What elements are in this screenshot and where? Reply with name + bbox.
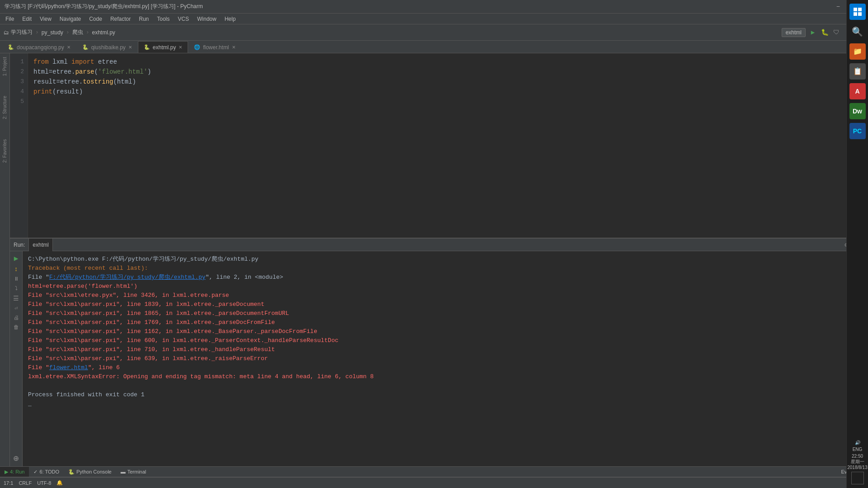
menu-item-edit[interactable]: Edit xyxy=(19,15,35,23)
panel-expand-button[interactable]: ⊕ xyxy=(13,453,19,464)
tab-close-icon[interactable]: ✕ xyxy=(128,45,132,50)
file-tabs: 🐍doupacangqiong.py✕🐍qiushibaike.py✕🐍exht… xyxy=(0,41,868,53)
svg-rect-1 xyxy=(858,8,862,11)
menu-item-window[interactable]: Window xyxy=(193,15,220,23)
tab-icon: 🐍 xyxy=(144,44,150,50)
run-toolbar: ▶ ↕ ⏸ ⤵ ☰ ⏎ 🖨 🗑 ⊕ ✕ xyxy=(10,251,23,477)
line-col-status[interactable]: 17:1 xyxy=(4,480,13,486)
pycharm-icon[interactable]: PC xyxy=(849,123,866,139)
menu-item-help[interactable]: Help xyxy=(221,15,240,23)
title-bar: 学习练习 [F:/代码/python/学习练习/py_study/爬虫/exht… xyxy=(0,0,868,14)
output-traceback: Traceback (most recent call last): xyxy=(28,264,854,273)
run-tab-btn[interactable]: ▶ 4: Run xyxy=(0,467,29,477)
taskbar-time: 22:50 星期一 2018/8/13 xyxy=(847,454,868,470)
file-tab-doupacangqiong-py[interactable]: 🐍doupacangqiong.py✕ xyxy=(2,41,76,53)
soft-wrap-button[interactable]: ⏎ xyxy=(14,305,18,312)
run-config-selector[interactable]: exhtml xyxy=(782,28,806,37)
search-taskbar-btn[interactable]: 🔍 xyxy=(849,23,866,40)
run-button[interactable]: ▶ xyxy=(808,28,817,37)
output-err-2: File "src\lxml\parser.pxi", line 1839, i… xyxy=(28,300,854,309)
menu-item-code[interactable]: Code xyxy=(85,15,106,23)
run-panel-body: ▶ ↕ ⏸ ⤵ ☰ ⏎ 🖨 🗑 ⊕ ✕ C:\Python\python.exe… xyxy=(10,251,859,477)
rerun-button[interactable]: ↕ xyxy=(14,266,18,273)
terminal-tab-btn[interactable]: ▬ Terminal xyxy=(116,467,151,477)
project-label[interactable]: 1: Project xyxy=(2,57,7,76)
scroll-toggle-button[interactable]: ☰ xyxy=(13,295,19,302)
top-toolbar: 🗂 学习练习 › py_study › 爬虫 › exhtml.py exhtm… xyxy=(0,24,868,41)
tab-close-icon[interactable]: ✕ xyxy=(67,45,71,50)
menu-item-tools[interactable]: Tools xyxy=(153,15,173,23)
output-err-8: File "src\lxml\parser.pxi", line 639, in… xyxy=(28,354,854,363)
tab-icon: 🐍 xyxy=(82,44,89,50)
python-console-icon: 🐍 xyxy=(68,469,75,475)
minimize-button[interactable]: ─ xyxy=(835,3,842,10)
tab-close-icon[interactable]: ✕ xyxy=(179,45,182,50)
taskbar-icon-2[interactable]: 📋 xyxy=(849,63,866,80)
run-output[interactable]: C:\Python\python.exe F:/代码/python/学习练习/p… xyxy=(23,251,859,477)
tab-close-icon[interactable]: ✕ xyxy=(232,45,236,50)
bc-label: 学习练习 xyxy=(11,28,33,36)
tab-icon: 🌐 xyxy=(194,44,200,50)
show-desktop-button[interactable] xyxy=(851,472,864,484)
structure-label[interactable]: 2: Structure xyxy=(2,96,7,119)
taskbar-icon-1[interactable]: 📁 xyxy=(849,43,866,60)
print-button[interactable]: 🖨 xyxy=(14,314,19,321)
encoding-status[interactable]: UTF-8 xyxy=(37,480,51,486)
crlf-status[interactable]: CRLF xyxy=(19,480,32,486)
output-err-3: File "src\lxml\parser.pxi", line 1865, i… xyxy=(28,309,854,318)
debug-button[interactable]: 🐛 xyxy=(820,28,829,37)
coverage-button[interactable]: 🛡 xyxy=(832,28,841,37)
run-tab-label: 4: Run xyxy=(10,469,24,474)
file-link-flower[interactable]: flower.html xyxy=(49,364,88,371)
menu-item-refactor[interactable]: Refactor xyxy=(107,15,134,23)
breadcrumb-py-study[interactable]: py_study xyxy=(42,29,63,36)
code-line-1: from lxml import etree xyxy=(33,57,848,67)
breadcrumb-crawl[interactable]: 爬虫 xyxy=(72,28,83,36)
left-panel-icons: 1: Project 2: Structure 2: Favorites xyxy=(0,53,10,477)
run-label: Run: xyxy=(14,242,25,248)
clear-button[interactable]: 🗑 xyxy=(14,324,19,331)
output-err-4: File "src\lxml\parser.pxi", line 1769, i… xyxy=(28,318,854,327)
step-over-button[interactable]: ⤵ xyxy=(15,285,18,292)
output-cmd: C:\Python\python.exe F:/代码/python/学习练习/p… xyxy=(28,255,854,264)
file-tab-flower-html[interactable]: 🌐flower.html✕ xyxy=(188,41,241,53)
windows-logo xyxy=(853,7,862,16)
taskbar-volume[interactable]: 🔊 xyxy=(855,440,860,445)
output-file-ref: File "F:/代码/python/学习练习/py_study/爬虫/exht… xyxy=(28,273,854,282)
taskbar-bottom: 🔊 ENG 22:50 星期一 2018/8/13 xyxy=(847,440,868,484)
menu-item-file[interactable]: File xyxy=(2,15,18,23)
tab-name: flower.html xyxy=(203,44,229,51)
file-tab-exhtml-py[interactable]: 🐍exhtml.py✕ xyxy=(138,41,188,53)
file-tab-qiushibaike-py[interactable]: 🐍qiushibaike.py✕ xyxy=(76,41,138,53)
terminal-label: Terminal xyxy=(127,469,146,474)
svg-rect-3 xyxy=(858,12,862,16)
tab-name: doupacangqiong.py xyxy=(17,44,64,51)
taskbar-icon-3[interactable]: A xyxy=(849,83,866,99)
menu-item-run[interactable]: Run xyxy=(135,15,152,23)
menu-item-vcs[interactable]: VCS xyxy=(174,15,193,23)
time-display: 22:50 xyxy=(847,454,868,459)
breadcrumb-project[interactable]: 🗂 学习练习 xyxy=(4,28,33,36)
start-button[interactable] xyxy=(849,4,866,20)
output-xml-error: lxml.etree.XMLSyntaxError: Opening and e… xyxy=(28,372,854,381)
pause-button[interactable]: ⏸ xyxy=(14,276,19,282)
taskbar-lang[interactable]: ENG xyxy=(853,447,863,452)
code-content[interactable]: from lxml import etree html=etree.parse(… xyxy=(28,53,854,238)
run-again-button[interactable]: ▶ xyxy=(14,254,19,263)
todo-tab-btn[interactable]: ✓ 6: TODO xyxy=(29,467,64,477)
bottom-tab-list: ▶ 4: Run ✓ 6: TODO 🐍 Python Console ▬ Te… xyxy=(0,467,151,477)
run-panel-header: Run: exhtml ⚙ ✕ xyxy=(10,239,859,251)
menu-item-view[interactable]: View xyxy=(36,15,55,23)
breadcrumb-file[interactable]: exhtml.py xyxy=(92,29,115,36)
todo-tab-icon: ✓ xyxy=(33,469,38,475)
terminal-icon: ▬ xyxy=(121,469,126,474)
menu-item-navigate[interactable]: Navigate xyxy=(56,15,85,23)
code-line-2: html=etree.parse('flower.html') xyxy=(33,67,848,77)
run-tab[interactable]: exhtml xyxy=(28,239,52,251)
taskbar-icon-4[interactable]: Dw xyxy=(849,103,866,119)
output-exit-code: Process finished with exit code 1 xyxy=(28,390,854,399)
output-err-5: File "src\lxml\parser.pxi", line 1162, i… xyxy=(28,327,854,336)
favorites-label[interactable]: 2: Favorites xyxy=(2,139,7,163)
python-console-tab-btn[interactable]: 🐍 Python Console xyxy=(64,467,116,477)
file-link-1[interactable]: F:/代码/python/学习练习/py_study/爬虫/exhtml.py xyxy=(49,274,206,281)
